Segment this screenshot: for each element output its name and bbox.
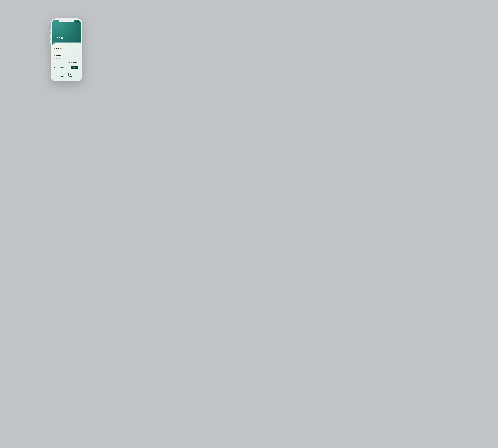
apple-login-button[interactable]: [68, 73, 72, 77]
actions-row: Remember Me Sign In: [54, 66, 78, 69]
wifi-icon: [75, 21, 77, 22]
password-field-block: Password: [54, 55, 78, 60]
mute-switch: [50, 29, 51, 32]
password-label: Password: [54, 55, 78, 57]
remember-me-checkbox[interactable]: Remember Me: [54, 67, 65, 68]
battery-icon: [77, 21, 79, 22]
status-indicators: [75, 21, 79, 22]
notch: [59, 20, 74, 22]
login-card: Username Password Forgot Password Rememb…: [52, 43, 81, 80]
volume-down-button: [50, 40, 51, 44]
login-header: Login: [52, 20, 81, 44]
phone-frame: 17:58 Login Username: [51, 18, 82, 81]
remember-me-label: Remember Me: [57, 67, 65, 68]
checkbox-box: [54, 67, 56, 68]
phone-mockup: 17:58 Login Username: [51, 18, 82, 81]
google-icon: G: [62, 74, 63, 76]
svg-rect-1: [79, 21, 79, 21]
screen: 17:58 Login Username: [52, 20, 81, 80]
volume-up-button: [50, 34, 51, 39]
svg-rect-0: [77, 21, 79, 22]
social-login-row: G or: [54, 73, 78, 77]
or-separator: or: [66, 74, 67, 75]
username-label: Username: [54, 48, 78, 49]
google-login-button[interactable]: G: [61, 73, 64, 77]
sign-in-button[interactable]: Sign In: [71, 66, 78, 69]
page-title: Login: [55, 36, 63, 40]
password-input[interactable]: [54, 57, 78, 60]
forgot-password-link[interactable]: Forgot Password: [54, 62, 78, 63]
apple-icon: [70, 74, 71, 76]
power-button: [82, 35, 82, 42]
speaker-grille: [64, 21, 68, 21]
status-time: 17:58: [54, 21, 57, 22]
username-input[interactable]: [54, 50, 78, 53]
username-field-block: Username: [54, 48, 78, 53]
